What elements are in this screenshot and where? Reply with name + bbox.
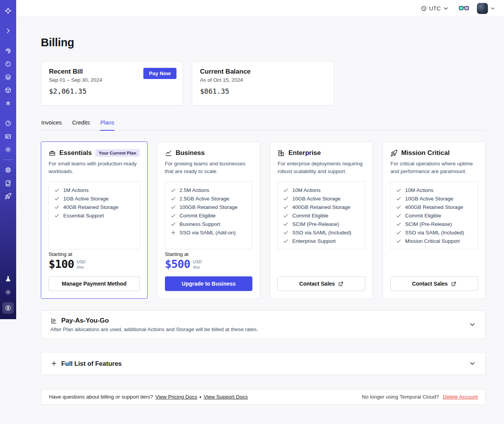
lifebuoy-icon[interactable]	[3, 165, 13, 175]
glasses-icon[interactable]	[459, 5, 469, 11]
feature-label: 10M Actions	[292, 187, 321, 193]
gauge-icon[interactable]	[3, 119, 13, 128]
chart-line-icon	[165, 150, 172, 157]
check-icon	[170, 221, 176, 227]
manage-payment-button[interactable]: Manage Payment Method	[49, 276, 140, 291]
layers-icon[interactable]	[3, 72, 13, 82]
current-balance-asof: As of Oct 15, 2024	[200, 77, 326, 83]
check-icon	[283, 187, 289, 193]
contact-sales-label: Contact Sales	[412, 281, 448, 287]
plan-description: For enterprise deployments requiring rob…	[277, 160, 365, 175]
clock-icon	[421, 5, 427, 12]
book-icon[interactable]	[3, 178, 13, 188]
building-icon	[277, 150, 285, 157]
bar-chart-icon	[50, 317, 57, 324]
delete-question: No longer using Temporal Cloud?	[362, 394, 439, 400]
sun-icon[interactable]	[3, 288, 13, 297]
feature-label: Enterprise Support	[292, 238, 336, 244]
asterisk-icon[interactable]	[3, 99, 13, 108]
check-icon	[283, 213, 289, 219]
current-balance-title: Current Balance	[200, 68, 326, 76]
full-features-accordion[interactable]: Full List of Features	[41, 352, 486, 375]
feature-label: 2.5M Actions	[180, 187, 209, 193]
gear-icon[interactable]	[3, 145, 13, 154]
plan-card-mission-critical: Mission Critical For critical operations…	[383, 141, 486, 299]
plan-card-enterprise: Enterprise For enterprise deployments re…	[270, 141, 373, 299]
feature-label: SCIM (Pre-Release)	[405, 221, 452, 227]
check-icon	[396, 213, 402, 219]
feature-label: Commit Eligible	[292, 213, 328, 219]
support-docs-link[interactable]: View Support Docs	[203, 394, 248, 400]
avatar[interactable]	[477, 3, 488, 14]
footer-question: Have questions about billing or support …	[49, 394, 153, 400]
check-icon	[170, 196, 176, 202]
current-plan-badge: Your Current Plan	[95, 149, 140, 157]
recent-bill-amount: $2,061.35	[49, 87, 175, 95]
timezone-selector[interactable]: UTC	[421, 5, 449, 12]
summary-row: Recent Bill Sep 01 – Sep 30, 2024 $2,061…	[41, 61, 486, 106]
upgrade-business-button[interactable]: Upgrade to Business	[165, 276, 253, 291]
check-icon	[283, 204, 289, 210]
plan-name: Business	[176, 149, 205, 157]
tab-plans[interactable]: Plans	[100, 119, 114, 131]
tab-invoices[interactable]: Invoices	[41, 119, 62, 131]
plan-name: Mission Critical	[401, 149, 450, 157]
spiral-icon[interactable]	[3, 46, 13, 56]
check-icon	[54, 187, 60, 193]
current-balance-card: Current Balance As of Oct 15, 2024 $861.…	[192, 61, 334, 106]
chevron-right-icon[interactable]	[3, 26, 13, 35]
nexus-star-icon[interactable]	[3, 6, 13, 15]
check-icon	[54, 204, 60, 210]
payg-title: Pay-As-You-Go	[61, 317, 109, 325]
chevron-down-icon[interactable]	[469, 321, 476, 328]
plan-description: For critical operations where uptime and…	[390, 160, 478, 175]
contact-sales-button[interactable]: Contact Sales	[277, 276, 365, 291]
contact-sales-button[interactable]: Contact Sales	[390, 276, 478, 291]
page-title: Billing	[41, 36, 486, 49]
contact-sales-label: Contact Sales	[299, 281, 335, 287]
chevron-down-icon	[443, 5, 449, 12]
check-icon	[54, 213, 60, 219]
pay-now-button[interactable]: Pay Now	[143, 68, 176, 79]
cube-icon[interactable]	[3, 86, 13, 95]
recent-bill-card: Recent Bill Sep 01 – Sep 30, 2024 $2,061…	[41, 61, 183, 106]
rocket-icon[interactable]	[3, 192, 13, 201]
feature-label: 10GB Active Storage	[292, 196, 340, 202]
rocket-icon	[390, 150, 398, 157]
topbar: UTC	[16, 0, 504, 17]
sidebar-divider	[3, 160, 13, 160]
billing-card-icon[interactable]	[3, 132, 13, 141]
plan-card-essentials: Essentials Your Current Plan For small t…	[41, 141, 148, 299]
feature-label: SCIM (Pre-Release)	[292, 221, 339, 227]
feature-list: 10M Actions 10GB Active Storage 400GB Re…	[277, 181, 365, 249]
feature-label: SSO via SAML (Included)	[292, 230, 351, 236]
plan-name: Essentials	[59, 149, 92, 157]
toolbox-icon	[49, 150, 56, 157]
check-icon	[283, 238, 289, 244]
billing-tabs: Invoices Credits Plans	[41, 119, 486, 131]
chevron-down-icon[interactable]	[469, 360, 476, 367]
flask-icon[interactable]	[3, 274, 13, 284]
timer-icon[interactable]	[3, 59, 13, 69]
feature-label: SSO via SAML (Included)	[405, 230, 464, 236]
dollar-coin-icon[interactable]	[2, 302, 14, 314]
pricing-docs-link[interactable]: View Pricing Docs	[155, 394, 197, 400]
plan-name: Enterprise	[288, 149, 321, 157]
check-icon	[170, 204, 176, 210]
feature-label: 10GB Active Storage	[405, 196, 453, 202]
tab-credits[interactable]: Credits	[72, 119, 90, 131]
payg-subtitle: After Plan allocations are used, additio…	[50, 326, 258, 332]
payg-accordion[interactable]: Pay-As-You-Go After Plan allocations are…	[41, 310, 486, 339]
feature-label: 2.5GB Active Storage	[180, 196, 229, 202]
current-balance-amount: $861.35	[200, 87, 326, 95]
feature-label: 400GB Retained Storage	[292, 204, 350, 210]
check-icon	[396, 204, 402, 210]
plan-description: For small teams with production-ready wo…	[49, 160, 140, 175]
feature-label: 400GB Retained Storage	[405, 204, 463, 210]
delete-account-link[interactable]: Delete Account	[443, 394, 478, 400]
feature-label: Mission Critical Support	[405, 238, 460, 244]
feature-label: 10M Actions	[405, 187, 433, 193]
chevron-down-icon[interactable]	[490, 6, 496, 11]
starting-at-label: Starting at	[165, 251, 253, 257]
plan-card-business: Business For growing teams and businesse…	[157, 141, 260, 299]
